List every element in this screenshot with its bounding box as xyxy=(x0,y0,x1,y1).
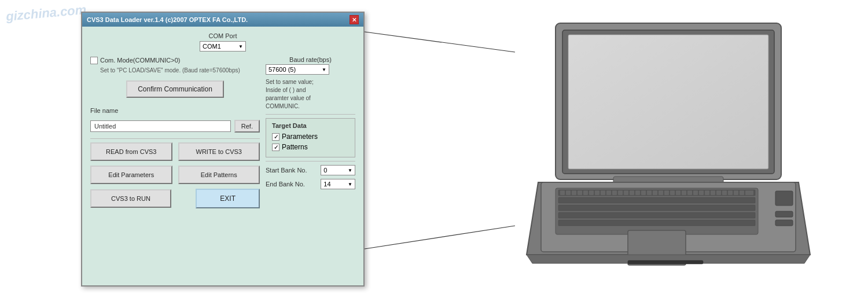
com-mode-label: Com. Mode(COMMUNIC>0) xyxy=(100,56,180,64)
file-name-input[interactable] xyxy=(90,120,231,132)
svg-line-0 xyxy=(365,32,515,52)
start-bank-select[interactable]: 0 ▼ xyxy=(321,165,355,175)
svg-rect-32 xyxy=(664,190,669,195)
svg-rect-50 xyxy=(775,220,793,226)
baud-rate-section: Baud rate(bps) 57600 (5) ▼ xyxy=(266,56,355,75)
svg-rect-35 xyxy=(682,190,686,195)
baud-rate-value: 57600 (5) xyxy=(269,66,296,73)
file-name-row: File name xyxy=(90,107,260,114)
svg-rect-25 xyxy=(624,190,628,195)
svg-rect-45 xyxy=(740,190,744,195)
write-to-cvs3-button[interactable]: WRITE to CVS3 xyxy=(178,142,260,161)
patterns-checkbox[interactable] xyxy=(272,144,279,151)
svg-rect-15 xyxy=(566,190,571,195)
svg-rect-28 xyxy=(641,190,646,195)
svg-rect-18 xyxy=(583,190,588,195)
svg-rect-13 xyxy=(558,220,755,226)
inner-layout: Com. Mode(COMMUNIC>0) Set to "PC LOAD/SA… xyxy=(90,56,355,208)
end-bank-label: End Bank No. xyxy=(266,181,317,188)
svg-rect-5 xyxy=(568,35,768,169)
svg-rect-31 xyxy=(659,190,663,195)
patterns-row: Patterns xyxy=(272,143,349,151)
parameters-label: Parameters xyxy=(282,133,318,141)
svg-rect-48 xyxy=(775,191,793,205)
main-left: Com. Mode(COMMUNIC>0) Set to "PC LOAD/SA… xyxy=(90,56,260,208)
svg-rect-21 xyxy=(601,190,605,195)
start-bank-arrow: ▼ xyxy=(348,168,352,173)
main-right: Baud rate(bps) 57600 (5) ▼ Set to same v… xyxy=(266,56,355,208)
com-mode-row: Com. Mode(COMMUNIC>0) xyxy=(90,56,260,64)
edit-buttons-row: Edit Parameters Edit Patterns xyxy=(90,166,260,184)
laptop-illustration xyxy=(521,12,822,284)
com-port-arrow: ▼ xyxy=(238,44,243,49)
com-port-label: COM Port xyxy=(209,32,237,39)
svg-rect-12 xyxy=(558,212,755,218)
svg-rect-44 xyxy=(734,190,738,195)
svg-rect-43 xyxy=(728,190,733,195)
svg-rect-36 xyxy=(687,190,692,195)
svg-rect-14 xyxy=(560,190,565,195)
svg-rect-51 xyxy=(628,260,703,264)
svg-rect-46 xyxy=(745,190,753,195)
confirm-communication-button[interactable]: Confirm Communication xyxy=(126,80,224,98)
com-port-select[interactable]: COM1 ▼ xyxy=(200,41,246,52)
svg-rect-39 xyxy=(705,190,709,195)
end-bank-row: End Bank No. 14 ▼ xyxy=(266,179,355,189)
edit-parameters-button[interactable]: Edit Parameters xyxy=(90,166,172,184)
svg-rect-42 xyxy=(722,190,727,195)
svg-rect-19 xyxy=(589,190,594,195)
svg-rect-37 xyxy=(693,190,698,195)
ref-button[interactable]: Ref. xyxy=(234,120,260,133)
svg-rect-23 xyxy=(612,190,617,195)
edit-patterns-button[interactable]: Edit Patterns xyxy=(178,166,260,184)
com-port-section: COM Port COM1 ▼ xyxy=(90,32,355,52)
set-same-note: Set to same value;Inside of ( ) andparam… xyxy=(266,78,355,111)
com-mode-checkbox[interactable] xyxy=(90,57,98,64)
set-mode-note: Set to "PC LOAD/SAVE" mode. (Baud rate=5… xyxy=(100,67,260,75)
file-name-label: File name xyxy=(90,107,125,114)
svg-line-1 xyxy=(365,226,515,249)
svg-rect-34 xyxy=(676,190,681,195)
svg-rect-16 xyxy=(572,190,576,195)
dialog-body: COM Port COM1 ▼ Com. Mode(COMMUNIC>0) Se… xyxy=(82,27,363,214)
com-port-value: COM1 xyxy=(203,43,221,50)
baud-rate-select[interactable]: 57600 (5) ▼ xyxy=(266,64,329,75)
cvs3-to-run-button[interactable]: CVS3 to RUN xyxy=(90,189,171,208)
dialog-title: CVS3 Data Loader ver.1.4 (c)2007 OPTEX F… xyxy=(87,16,248,23)
patterns-label: Patterns xyxy=(282,143,308,151)
svg-rect-29 xyxy=(647,190,652,195)
parameters-row: Parameters xyxy=(272,133,349,141)
svg-rect-27 xyxy=(635,190,640,195)
baud-rate-arrow: ▼ xyxy=(322,67,326,72)
baud-rate-label: Baud rate(bps) xyxy=(266,56,355,63)
svg-rect-38 xyxy=(699,190,704,195)
svg-rect-22 xyxy=(606,190,611,195)
read-from-cvs3-button[interactable]: READ from CVS3 xyxy=(90,142,172,161)
exit-button[interactable]: EXIT xyxy=(196,189,260,208)
svg-rect-11 xyxy=(558,205,755,211)
start-bank-value: 0 xyxy=(323,167,327,174)
svg-rect-49 xyxy=(775,211,793,217)
dialog-window: CVS3 Data Loader ver.1.4 (c)2007 OPTEX F… xyxy=(81,12,365,287)
target-data-section: Target Data Parameters Patterns xyxy=(266,118,355,157)
start-bank-row: Start Bank No. 0 ▼ xyxy=(266,165,355,175)
start-bank-label: Start Bank No. xyxy=(266,167,317,174)
bottom-row: CVS3 to RUN EXIT xyxy=(90,189,260,208)
svg-rect-40 xyxy=(711,190,715,195)
parameters-checkbox[interactable] xyxy=(272,133,279,141)
action-buttons-row: READ from CVS3 WRITE to CVS3 xyxy=(90,142,260,161)
target-data-title: Target Data xyxy=(272,122,349,129)
svg-rect-41 xyxy=(716,190,721,195)
dialog-titlebar: CVS3 Data Loader ver.1.4 (c)2007 OPTEX F… xyxy=(82,13,363,27)
svg-rect-30 xyxy=(653,190,657,195)
svg-rect-17 xyxy=(578,190,582,195)
svg-rect-20 xyxy=(595,190,599,195)
watermark: gizchina.com xyxy=(5,2,87,24)
svg-rect-24 xyxy=(618,190,623,195)
end-bank-value: 14 xyxy=(323,181,330,188)
svg-rect-26 xyxy=(630,190,634,195)
end-bank-select[interactable]: 14 ▼ xyxy=(321,179,355,189)
svg-rect-10 xyxy=(558,197,755,203)
close-button[interactable]: ✕ xyxy=(350,15,359,24)
end-bank-arrow: ▼ xyxy=(348,182,352,187)
